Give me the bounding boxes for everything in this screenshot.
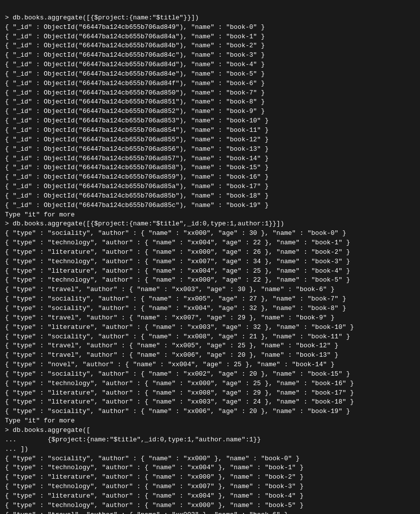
terminal-line-40: { "type" : "literature", "author" : { "n… xyxy=(5,389,415,398)
terminal-line-0: > db.books.aggregate([{$project:{name:"$… xyxy=(5,13,415,23)
terminal-line-14: { "_id" : ObjectId("66447ba124cb655b706a… xyxy=(5,145,415,154)
terminal-output: > db.books.aggregate([{$project:{name:"$… xyxy=(5,4,415,514)
terminal-line-44: > db.books.aggregate([ xyxy=(5,426,415,435)
terminal-line-3: { "_id" : ObjectId("66447ba124cb655b706a… xyxy=(5,41,415,51)
terminal-line-47: { "type" : "sociality", "author" : { "na… xyxy=(5,454,415,464)
terminal-line-23: { "type" : "sociality", "author" : { "na… xyxy=(5,229,415,238)
terminal-line-30: { "type" : "sociality", "author" : { "na… xyxy=(5,295,415,304)
terminal-line-13: { "_id" : ObjectId("66447ba124cb655b706a… xyxy=(5,135,415,145)
terminal-line-7: { "_id" : ObjectId("66447ba124cb655b706a… xyxy=(5,79,415,89)
terminal-line-2: { "_id" : ObjectId("66447ba124cb655b706a… xyxy=(5,32,415,42)
terminal-line-26: { "type" : "technology", "author" : { "n… xyxy=(5,257,415,267)
terminal-line-43: Type "it" for more xyxy=(5,416,415,426)
terminal-line-36: { "type" : "travel", "author" : { "name"… xyxy=(5,351,415,360)
terminal-line-42: { "type" : "sociality", "author" : { "na… xyxy=(5,407,415,416)
terminal-line-5: { "_id" : ObjectId("66447ba124cb655b706a… xyxy=(5,60,415,70)
terminal-line-39: { "type" : "technology", "author" : { "n… xyxy=(5,379,415,389)
terminal-line-25: { "type" : "literature", "author" : { "n… xyxy=(5,248,415,257)
terminal-line-31: { "type" : "sociality", "author" : { "na… xyxy=(5,304,415,313)
terminal-line-53: { "type" : "travel", "author" : { "name"… xyxy=(5,511,415,514)
terminal-line-28: { "type" : "technology", "author" : { "n… xyxy=(5,276,415,285)
terminal-line-52: { "type" : "technology", "author" : { "n… xyxy=(5,501,415,511)
terminal-line-17: { "_id" : ObjectId("66447ba124cb655b706a… xyxy=(5,173,415,182)
terminal-line-8: { "_id" : ObjectId("66447ba124cb655b706a… xyxy=(5,89,415,98)
terminal-line-12: { "_id" : ObjectId("66447ba124cb655b706a… xyxy=(5,126,415,135)
terminal-line-45: ... {$project:{name:"$title",_id:0,type:… xyxy=(5,435,415,445)
terminal-line-49: { "type" : "literature", "author" : { "n… xyxy=(5,473,415,482)
terminal-line-50: { "type" : "technology", "author" : { "n… xyxy=(5,482,415,492)
terminal-line-34: { "type" : "sociality", "author" : { "na… xyxy=(5,332,415,342)
terminal-line-35: { "type" : "travel", "author" : { "name"… xyxy=(5,341,415,351)
terminal-line-18: { "_id" : ObjectId("66447ba124cb655b706a… xyxy=(5,182,415,192)
terminal-line-6: { "_id" : ObjectId("66447ba124cb655b706a… xyxy=(5,70,415,79)
terminal-line-22: > db.books.aggregate([{$project:{name:"$… xyxy=(5,219,415,229)
terminal-line-37: { "type" : "novel", "author" : { "name" … xyxy=(5,360,415,370)
terminal-line-29: { "type" : "travel", "author" : { "name"… xyxy=(5,285,415,295)
terminal-line-19: { "_id" : ObjectId("66447ba124cb655b706a… xyxy=(5,192,415,201)
terminal-line-46: ... ]) xyxy=(5,445,415,454)
terminal-line-41: { "type" : "literature", "author" : { "n… xyxy=(5,398,415,407)
terminal-line-15: { "_id" : ObjectId("66447ba124cb655b706a… xyxy=(5,154,415,164)
terminal-line-11: { "_id" : ObjectId("66447ba124cb655b706a… xyxy=(5,116,415,126)
terminal-line-20: { "_id" : ObjectId("66447ba124cb655b706a… xyxy=(5,201,415,210)
terminal-line-4: { "_id" : ObjectId("66447ba124cb655b706a… xyxy=(5,51,415,60)
terminal-line-51: { "type" : "literature", "author" : { "n… xyxy=(5,492,415,501)
terminal-line-27: { "type" : "literature", "author" : { "n… xyxy=(5,267,415,276)
terminal-line-38: { "type" : "sociality", "author" : { "na… xyxy=(5,370,415,379)
terminal-line-33: { "type" : "literature", "author" : { "n… xyxy=(5,323,415,332)
terminal-line-24: { "type" : "technology", "author" : { "n… xyxy=(5,238,415,248)
terminal-line-9: { "_id" : ObjectId("66447ba124cb655b706a… xyxy=(5,98,415,107)
terminal-line-21: Type "it" for more xyxy=(5,210,415,220)
terminal-line-48: { "type" : "technology", "author" : { "n… xyxy=(5,463,415,473)
terminal-line-16: { "_id" : ObjectId("66447ba124cb655b706a… xyxy=(5,163,415,173)
terminal-line-1: { "_id" : ObjectId("66447ba124cb655b706a… xyxy=(5,23,415,32)
terminal-line-32: { "type" : "travel", "author" : { "name"… xyxy=(5,313,415,323)
terminal-line-10: { "_id" : ObjectId("66447ba124cb655b706a… xyxy=(5,107,415,116)
